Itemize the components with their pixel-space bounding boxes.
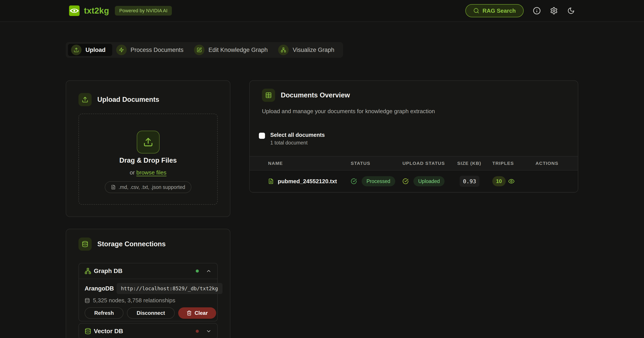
card-title: Upload Documents	[97, 96, 159, 104]
card-subtitle: Upload and manage your documents for kno…	[250, 108, 578, 115]
status-badge: Processed	[362, 176, 395, 186]
tab-process-documents[interactable]: Process Documents	[113, 44, 190, 56]
tab-label: Edit Knowledge Graph	[208, 47, 268, 53]
network-graph-icon	[84, 268, 91, 274]
file-text-icon	[268, 178, 274, 184]
tab-edit-knowledge-graph[interactable]: Edit Knowledge Graph	[191, 44, 274, 56]
col-upload-status: UPLOAD STATUS	[398, 161, 452, 166]
clear-label: Clear	[195, 310, 208, 316]
col-status: STATUS	[346, 161, 398, 166]
main-content: Upload Process Documents Edit Knowledge …	[66, 22, 578, 338]
tab-upload[interactable]: Upload	[68, 44, 112, 56]
provider-name: ArangoDB	[84, 285, 114, 292]
upload-status-badge: Uploaded	[414, 176, 444, 186]
tab-bar: Upload Process Documents Edit Knowledge …	[66, 42, 343, 58]
table-header: NAME STATUS UPLOAD STATUS SIZE (KB) TRIP…	[250, 156, 578, 170]
col-actions: ACTIONS	[527, 161, 578, 166]
chevron-down-icon[interactable]	[206, 328, 212, 334]
tab-label: Upload	[86, 47, 106, 53]
documents-overview-card: Documents Overview Upload and manage you…	[249, 80, 578, 193]
graph-db-header[interactable]: Graph DB	[79, 263, 217, 279]
brand: txt2kg Powered by NVIDIA AI	[69, 5, 172, 16]
dropzone-subtitle: or browse files	[130, 169, 166, 176]
document-name: pubmed_24552120.txt	[278, 178, 337, 185]
vector-db-title: Vector DB	[94, 328, 123, 335]
upload-icon	[78, 93, 92, 106]
chevron-up-icon[interactable]	[206, 268, 212, 274]
supported-formats-text: .md, .csv, .txt, .json supported	[118, 184, 185, 190]
col-name: NAME	[268, 161, 346, 166]
settings-gear-icon[interactable]	[550, 7, 558, 15]
connection-url: http://localhost:8529/_db/txt2kg	[116, 283, 222, 294]
clear-button[interactable]: Clear	[178, 307, 216, 319]
file-dropzone[interactable]: Drag & Drop Files or browse files .md, .…	[78, 114, 218, 205]
trash-icon	[186, 311, 192, 316]
supported-formats-badge: .md, .csv, .txt, .json supported	[105, 181, 191, 193]
or-text: or	[130, 169, 136, 176]
status-dot-disconnected	[196, 330, 199, 333]
network-graph-icon	[278, 45, 289, 55]
database-icon	[78, 237, 92, 251]
check-circle-icon	[351, 178, 357, 184]
database-icon	[84, 328, 91, 335]
graph-db-panel: Graph DB ArangoDB http://localhost:8529/…	[78, 263, 218, 321]
nvidia-logo-icon	[69, 5, 80, 16]
refresh-button[interactable]: Refresh	[84, 307, 124, 319]
file-icon	[111, 185, 116, 189]
lightning-icon	[116, 45, 127, 55]
dark-mode-moon-icon[interactable]	[567, 7, 575, 15]
card-title: Storage Connections	[97, 240, 166, 248]
total-documents-label: 1 total document	[270, 140, 325, 146]
graph-db-stats: 5,325 nodes, 3,758 relationships	[93, 297, 175, 304]
rag-search-button[interactable]: RAG Search	[465, 4, 524, 17]
table-row: pubmed_24552120.txt Processed Uploaded	[250, 170, 578, 192]
database-icon	[84, 298, 90, 303]
col-triples: TRIPLES	[487, 161, 527, 166]
app-header: txt2kg Powered by NVIDIA AI RAG Search	[0, 0, 644, 22]
select-all-checkbox[interactable]	[259, 133, 265, 139]
triples-count-badge: 10	[492, 176, 506, 186]
tab-label: Process Documents	[131, 47, 184, 53]
vector-db-panel: Vector DB	[78, 323, 218, 338]
view-eye-icon[interactable]	[508, 178, 515, 184]
app-title: txt2kg	[84, 6, 109, 15]
rag-search-label: RAG Search	[482, 7, 516, 14]
col-size: SIZE (KB)	[452, 161, 487, 166]
upload-icon	[71, 45, 82, 55]
tab-label: Visualize Graph	[293, 47, 334, 53]
check-circle-icon	[402, 178, 408, 184]
table-icon	[262, 89, 275, 102]
upload-icon	[137, 131, 160, 154]
storage-connections-card: Storage Connections Graph DB	[66, 229, 230, 338]
powered-badge: Powered by NVIDIA AI	[115, 6, 172, 15]
info-icon[interactable]	[533, 7, 541, 15]
disconnect-button[interactable]: Disconnect	[127, 307, 174, 319]
card-title: Documents Overview	[281, 91, 350, 99]
header-actions: RAG Search	[465, 4, 575, 17]
graph-db-title: Graph DB	[94, 268, 122, 275]
vector-db-header[interactable]: Vector DB	[79, 324, 217, 338]
status-dot-connected	[196, 270, 199, 273]
tab-visualize-graph[interactable]: Visualize Graph	[275, 44, 341, 56]
dropzone-title: Drag & Drop Files	[120, 157, 177, 165]
upload-documents-card: Upload Documents Drag & Drop Files or br…	[66, 80, 230, 217]
select-all-label: Select all documents	[270, 132, 325, 138]
search-icon	[473, 8, 480, 14]
size-value: 0.93	[460, 176, 480, 187]
edit-pen-icon	[194, 45, 204, 55]
browse-files-link[interactable]: browse files	[136, 169, 166, 176]
